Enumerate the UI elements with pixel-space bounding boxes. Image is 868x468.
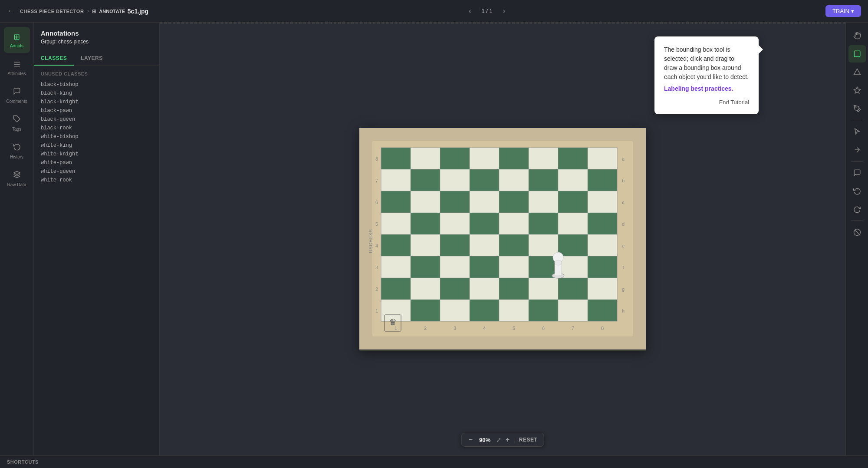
svg-rect-54 — [440, 278, 470, 300]
svg-text:6: 6 — [542, 326, 545, 331]
svg-rect-67 — [588, 300, 617, 321]
right-toolbar — [845, 23, 868, 455]
sidebar-item-history[interactable]: History — [4, 138, 30, 164]
svg-rect-46 — [440, 256, 470, 278]
tab-classes[interactable]: CLASSES — [34, 52, 74, 66]
svg-rect-42 — [558, 234, 588, 256]
svg-rect-14 — [440, 169, 470, 191]
smart-tool-button[interactable] — [848, 82, 866, 99]
bbox-tool-button[interactable] — [848, 45, 866, 63]
svg-rect-18 — [558, 169, 588, 191]
svg-rect-35 — [588, 213, 617, 234]
annotate-label: ANNOTATE — [99, 9, 125, 14]
shortcuts-label[interactable]: SHORTCUTS — [7, 459, 39, 465]
svg-text:7: 7 — [572, 326, 574, 331]
canvas-area[interactable]: 8 7 6 5 4 3 2 1 a b c d e f g h — [160, 23, 845, 455]
class-item[interactable]: white-queen — [41, 168, 152, 175]
end-tutorial-button[interactable]: End Tutorial — [719, 99, 749, 105]
zoom-reset-button[interactable]: RESET — [519, 437, 538, 443]
svg-text:2: 2 — [424, 326, 427, 331]
chess-board-image[interactable]: 8 7 6 5 4 3 2 1 a b c d e f g h — [359, 128, 646, 351]
back-button[interactable]: ← — [7, 7, 15, 16]
zoom-out-button[interactable]: − — [468, 436, 473, 444]
svg-rect-33 — [529, 213, 558, 234]
svg-text:d: d — [622, 221, 625, 227]
svg-text:g: g — [622, 287, 625, 292]
redo-button[interactable] — [848, 201, 866, 218]
svg-text:c: c — [622, 200, 625, 205]
smart-select-button[interactable] — [848, 123, 866, 140]
sidebar-label-comments: Comments — [6, 99, 27, 104]
panel-header: Annotations Group: chess-pieces — [34, 23, 159, 52]
shortcuts-bar: SHORTCUTS — [0, 455, 868, 468]
svg-rect-15 — [470, 169, 499, 191]
polygon-tool-button[interactable] — [848, 63, 866, 81]
class-item[interactable]: white-rook — [41, 176, 152, 184]
brush-tool-button[interactable] — [848, 100, 866, 117]
sidebar-item-attributes[interactable]: ☰ Attributes — [4, 55, 30, 81]
panel-tabs: CLASSES LAYERS — [34, 52, 159, 66]
train-arrow-icon: ▾ — [851, 8, 854, 14]
tooltip-end: End Tutorial — [664, 99, 749, 105]
next-image-button[interactable]: › — [500, 5, 509, 17]
class-item[interactable]: white-pawn — [41, 159, 152, 167]
class-item[interactable]: black-pawn — [41, 107, 152, 115]
svg-rect-62 — [440, 300, 470, 321]
svg-rect-13 — [411, 169, 440, 191]
class-item[interactable]: white-bishop — [41, 133, 152, 141]
breadcrumb: CHESS PIECE DETECTOR > ⊞ ANNOTATE — [20, 8, 125, 14]
svg-rect-27 — [588, 191, 617, 213]
class-item[interactable]: white-king — [41, 142, 152, 149]
svg-rect-10 — [558, 148, 588, 169]
svg-rect-21 — [411, 191, 440, 213]
class-list: black-bishop black-king black-knight bla… — [41, 81, 152, 184]
svg-rect-45 — [411, 256, 440, 278]
annotations-panel: Annotations Group: chess-pieces CLASSES … — [34, 23, 160, 455]
svg-text:b: b — [622, 178, 625, 183]
canvas-viewport[interactable]: 8 7 6 5 4 3 2 1 a b c d e f g h — [160, 23, 845, 455]
svg-rect-37 — [411, 234, 440, 256]
filename: 5c1.jpg — [128, 8, 148, 15]
sidebar-item-comments[interactable]: Comments — [4, 82, 30, 109]
train-button[interactable]: TRAIN ▾ — [825, 5, 861, 17]
svg-text:5: 5 — [513, 326, 515, 331]
prev-image-button[interactable]: ‹ — [465, 5, 474, 17]
class-item[interactable]: white-knight — [41, 150, 152, 158]
sidebar-item-rawdata[interactable]: Raw Data — [4, 166, 30, 192]
svg-rect-36 — [381, 234, 411, 256]
zoom-divider: | — [514, 437, 515, 443]
zoom-share-icon[interactable]: ⤢ — [496, 436, 501, 443]
undo-button[interactable] — [848, 182, 866, 200]
class-item[interactable]: black-king — [41, 89, 152, 97]
svg-rect-64 — [499, 300, 529, 321]
annotate-icon: ⊞ — [92, 8, 96, 14]
tab-layers[interactable]: LAYERS — [74, 52, 110, 66]
svg-rect-66 — [558, 300, 588, 321]
hand-tool-button[interactable] — [848, 27, 866, 44]
sidebar-label-history: History — [10, 155, 23, 159]
svg-text:3: 3 — [454, 326, 456, 331]
svg-line-118 — [855, 230, 859, 235]
svg-rect-5 — [411, 148, 440, 169]
svg-rect-26 — [558, 191, 588, 213]
class-item[interactable]: black-queen — [41, 115, 152, 123]
svg-rect-63 — [470, 300, 499, 321]
svg-rect-65 — [529, 300, 558, 321]
project-name[interactable]: CHESS PIECE DETECTOR — [20, 9, 84, 14]
sidebar-item-tags[interactable]: Tags — [4, 110, 30, 136]
null-tool-button[interactable] — [848, 224, 866, 241]
panel-title: Annotations — [41, 30, 152, 37]
svg-rect-53 — [411, 278, 440, 300]
svg-text:h: h — [622, 308, 625, 313]
edit-tool-button[interactable] — [848, 141, 866, 158]
svg-rect-24 — [499, 191, 529, 213]
comment-tool-button[interactable] — [848, 164, 866, 181]
class-item[interactable]: black-knight — [41, 98, 152, 106]
tooltip-link[interactable]: Labeling best practices. — [664, 85, 749, 92]
sidebar-item-annots[interactable]: ⊞ Annots — [4, 27, 30, 53]
class-item[interactable]: black-rook — [41, 124, 152, 132]
zoom-in-button[interactable]: + — [505, 436, 510, 444]
history-icon — [13, 143, 21, 153]
class-item[interactable]: black-bishop — [41, 81, 152, 89]
svg-rect-38 — [440, 234, 470, 256]
